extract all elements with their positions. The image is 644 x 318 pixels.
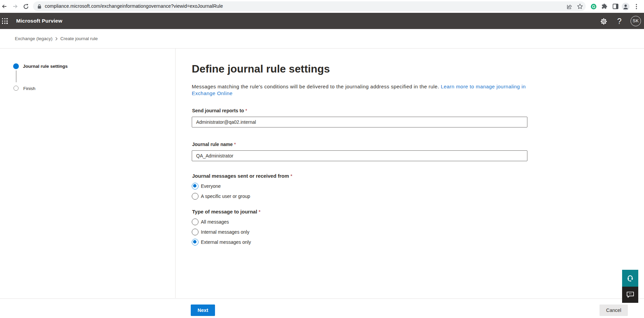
svg-text:G: G <box>592 4 595 9</box>
